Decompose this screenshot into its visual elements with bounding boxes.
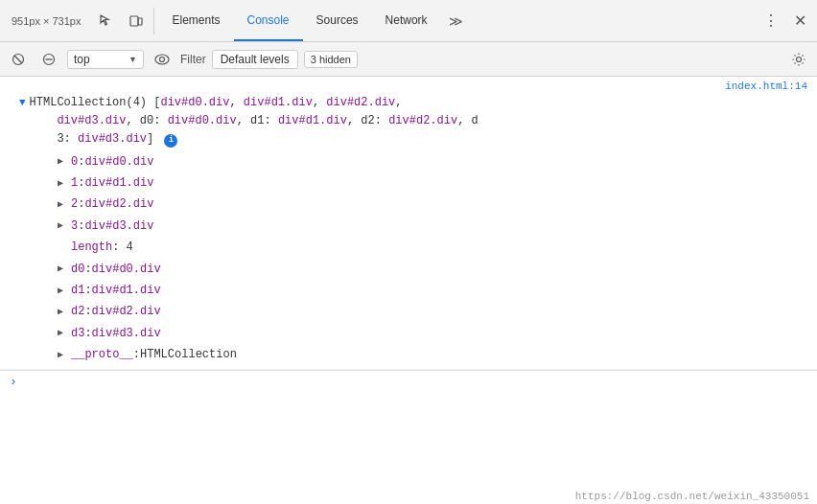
tree-item-d0: ▶ d0 : div#d0.div	[38, 259, 809, 280]
hidden-count-badge: 3 hidden	[304, 51, 358, 68]
tree-item-proto: ▶ __proto__ : HTMLCollection	[38, 344, 809, 365]
expand-1-icon[interactable]: ▶	[58, 175, 67, 192]
expand-proto-icon[interactable]: ▶	[58, 347, 67, 363]
status-bar: https://blog.csdn.net/weixin_43350051	[568, 489, 817, 504]
chevron-down-icon: ▼	[128, 55, 137, 64]
devtools-tabbar: 951px × 731px Elements Console Sources N…	[0, 0, 817, 42]
tree-item-3: ▶ 3 : div#d3.div	[38, 216, 809, 237]
info-icon[interactable]: i	[164, 134, 177, 148]
console-toolbar: top ▼ Filter Default levels 3 hidden	[0, 42, 817, 77]
log-text: HTMLCollection(4) [div#d0.div, div#d1.di…	[30, 94, 813, 149]
expand-d1-icon[interactable]: ▶	[58, 283, 67, 299]
close-icon[interactable]: ✕	[786, 8, 813, 34]
tab-sources[interactable]: Sources	[303, 0, 372, 41]
context-selector[interactable]: top ▼	[67, 50, 144, 69]
device-toggle-icon[interactable]	[123, 8, 150, 34]
clear-console-icon[interactable]	[6, 47, 31, 72]
svg-point-6	[155, 55, 169, 64]
svg-rect-0	[130, 16, 138, 26]
block-requests-icon[interactable]	[36, 47, 61, 72]
expand-0-icon[interactable]: ▶	[58, 153, 67, 170]
svg-point-8	[797, 57, 802, 61]
tab-network[interactable]: Network	[372, 0, 441, 41]
expand-d3-icon[interactable]: ▶	[58, 325, 67, 341]
console-prompt-area: ›	[0, 370, 817, 393]
svg-rect-1	[138, 18, 142, 25]
live-expression-icon[interactable]	[150, 47, 175, 72]
console-output-area: index.html:14 ▼ HTMLCollection(4) [div#d…	[0, 77, 817, 504]
topbar-end-actions: ⋮ ✕	[758, 8, 813, 34]
expand-3-icon[interactable]: ▶	[58, 218, 67, 234]
main-tabs: Elements Console Sources Network ≫	[158, 0, 758, 41]
inspect-element-icon[interactable]	[92, 8, 119, 34]
inspect-icons	[88, 8, 154, 34]
svg-line-3	[14, 56, 22, 63]
console-settings-icon[interactable]	[786, 47, 811, 72]
tree-item-length: length : 4	[38, 237, 809, 258]
log-expand-triangle[interactable]: ▼	[19, 95, 26, 112]
tree-section: ▶ 0 : div#d0.div ▶ 1 : div#d1.div ▶ 2 : …	[19, 149, 813, 368]
expand-2-icon[interactable]: ▶	[58, 196, 67, 213]
prompt-chevron-icon: ›	[10, 375, 17, 389]
more-options-icon[interactable]: ⋮	[758, 8, 784, 34]
tab-elements[interactable]: Elements	[158, 0, 233, 41]
expand-d0-icon[interactable]: ▶	[58, 261, 67, 277]
file-reference[interactable]: index.html:14	[0, 77, 817, 92]
tree-item-2: ▶ 2 : div#d2.div	[38, 194, 809, 215]
filter-label: Filter	[180, 53, 206, 66]
more-tabs-button[interactable]: ≫	[441, 0, 471, 41]
log-row: ▼ HTMLCollection(4) [div#d0.div, div#d1.…	[19, 94, 813, 149]
tree-item-d1: ▶ d1 : div#d1.div	[38, 280, 809, 301]
tab-console[interactable]: Console	[234, 0, 303, 41]
expand-d2-icon[interactable]: ▶	[58, 304, 67, 320]
tree-item-d2: ▶ d2 : div#d2.div	[38, 301, 809, 322]
console-log-entry: ▼ HTMLCollection(4) [div#d0.div, div#d1.…	[0, 92, 817, 370]
console-input[interactable]	[23, 376, 807, 389]
tree-item-d3: ▶ d3 : div#d3.div	[38, 323, 809, 344]
default-levels-button[interactable]: Default levels	[212, 50, 298, 69]
dimension-label: 951px × 731px	[4, 15, 88, 27]
svg-point-7	[160, 57, 165, 61]
tree-item-0: ▶ 0 : div#d0.div	[38, 151, 809, 172]
tree-item-1: ▶ 1 : div#d1.div	[38, 172, 809, 194]
